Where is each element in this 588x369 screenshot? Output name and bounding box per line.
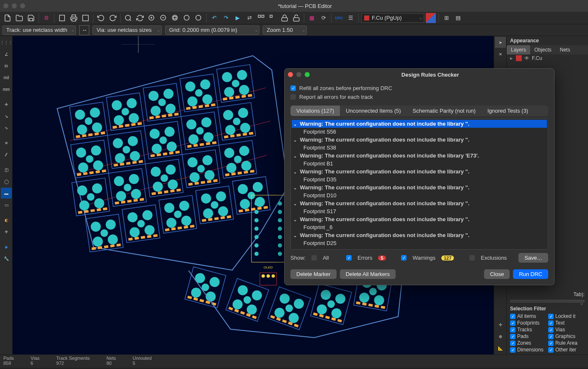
save-button[interactable]: Save… [518,253,548,263]
checkbox-checked-icon[interactable]: ✓ [510,334,515,339]
filter-item[interactable]: ✓Pads [510,333,547,339]
net-highlight-icon[interactable]: ✕ [1,137,12,148]
find-icon[interactable] [123,13,133,23]
mils-unit-icon[interactable]: mil [1,72,12,83]
checkbox-checked-icon[interactable]: ✓ [548,341,554,346]
show-all-checkbox[interactable] [311,255,317,261]
checkbox-checked-icon[interactable]: ✓ [548,347,554,353]
violation-detail[interactable]: Footprint S56 [292,128,547,136]
filter-item[interactable]: ✓Dimensions [510,347,547,353]
delete-all-markers-button[interactable]: Delete All Markers [340,269,396,279]
layer-swatch[interactable] [516,55,522,61]
drc-tab[interactable]: Schematic Parity (not run) [407,106,482,116]
violation-row[interactable]: ⌄ Warning: The current configuration doe… [292,152,547,160]
dialog-minimize-icon[interactable] [296,72,301,77]
violation-detail[interactable]: Footprint _6 [292,223,547,231]
checkbox-unchecked-icon[interactable] [290,94,296,100]
violation-detail[interactable]: Footprint S17 [292,207,547,215]
plot-icon[interactable] [80,13,91,23]
footprint-editor-icon[interactable]: ▦ [307,13,317,23]
checkbox-checked-icon[interactable]: ✓ [548,334,554,339]
erc-list-icon[interactable]: ☰ [346,13,356,23]
violation-detail[interactable]: Footprint D25 [292,239,547,247]
drc-tab[interactable]: Unconnected Items (5) [340,106,407,116]
redo-icon[interactable] [108,13,118,23]
cursor-shape-icon[interactable]: ✛ [1,99,12,110]
violation-row[interactable]: ⌄ Warning: The current configuration doe… [292,168,547,175]
close-window-icon[interactable] [3,3,8,8]
grid-visibility-icon[interactable]: ⋮⋮⋮ [1,37,12,48]
zoom-selection-icon[interactable] [194,13,204,23]
dialog-zoom-icon[interactable] [305,72,310,77]
open-file-icon[interactable] [14,13,24,23]
new-file-icon[interactable] [3,13,13,23]
violation-row[interactable]: ⌄ Warning: The current configuration doe… [292,215,547,223]
measure-tool-icon[interactable]: 📐 [495,343,506,354]
checkbox-checked-icon[interactable]: ✓ [510,341,515,346]
mm-unit-icon[interactable]: mm [1,84,12,95]
auto-track-width-icon[interactable]: ↔ [79,25,89,35]
violation-row[interactable]: ⌄ Warning: The current configuration doe… [292,120,547,128]
tab-nets[interactable]: Nets [556,45,575,54]
violation-row[interactable]: ⌄ Warning: The current configuration doe… [292,183,547,191]
update-pcb-icon[interactable]: ⟳ [319,13,329,23]
checkbox-checked-icon[interactable]: ✓ [290,85,296,91]
select-tool-icon[interactable]: ➤ [495,37,506,48]
layers-manager-icon[interactable]: ◈ [1,241,12,252]
show-exclusions-checkbox[interactable] [469,255,475,261]
filter-item[interactable]: ✓All items [510,313,547,319]
zoom-out-icon[interactable] [158,13,168,23]
print-icon[interactable] [69,13,79,23]
show-warnings-checkbox[interactable]: ✓ [401,255,407,261]
board-setup-icon[interactable]: ⚙ [41,13,52,23]
mirror-v-icon[interactable]: ⇄ [244,13,254,23]
track-width-select[interactable]: Track: use netclass width⌵ [3,26,76,35]
rotate-cw-icon[interactable]: ↷ [221,13,231,23]
rotate-ccw-icon[interactable]: ↶ [209,13,219,23]
violation-detail[interactable]: Footprint S38 [292,144,547,152]
undo-icon[interactable] [96,13,106,23]
ungroup-icon[interactable] [268,13,278,23]
save-icon[interactable] [26,13,36,23]
violation-detail[interactable]: Footprint D35 [292,175,547,183]
plugin-icon[interactable]: ⊞ [441,13,451,23]
outline-mode-icon[interactable]: ▭ [1,199,12,210]
zoom-window-icon[interactable] [20,3,25,8]
zoom-objects-icon[interactable] [182,13,192,23]
dialog-close-icon[interactable] [288,72,293,77]
drc-tab[interactable]: Ignored Tests (3) [482,106,534,116]
filter-item[interactable]: ✓Vias [548,327,585,333]
layer-pair-icon[interactable] [426,13,436,23]
polar-coords-icon[interactable]: ∠ [1,49,12,59]
grid-origin-icon[interactable]: ✛ [495,319,506,330]
unlock-icon[interactable] [291,13,301,23]
violations-list[interactable]: ⌄ Warning: The current configuration doe… [290,119,548,250]
high-contrast-icon[interactable]: ◐ [1,214,12,225]
net-color-icon[interactable]: ✛ [1,226,12,237]
checkbox-checked-icon[interactable]: ✓ [548,327,554,333]
drc-tab[interactable]: Violations (127) [290,106,340,116]
zone-display-icon[interactable]: ⁄⁄ [1,149,12,160]
drc-icon[interactable]: DRC [334,13,344,23]
violation-detail[interactable]: Footprint D10 [292,191,547,199]
mirror-h-icon[interactable]: ▶ [233,13,243,23]
dialog-titlebar[interactable]: Design Rules Checker [285,69,554,80]
violation-row[interactable]: ⌄ Warning: The current configuration doe… [292,247,547,250]
track-outline-icon[interactable]: ▬ [1,188,12,199]
properties-icon[interactable]: 🔧 [1,253,12,264]
zoom-fit-icon[interactable] [170,13,180,23]
filter-item[interactable]: ✓Zones [510,340,547,346]
checkbox-checked-icon[interactable]: ✓ [510,320,515,326]
checkbox-checked-icon[interactable]: ✓ [510,347,515,353]
minimize-window-icon[interactable] [12,3,17,8]
highlight-net-icon[interactable]: ✕ [495,49,506,59]
close-button[interactable]: Close [484,269,510,279]
checkbox-checked-icon[interactable]: ✓ [510,327,515,333]
checkbox-checked-icon[interactable]: ✓ [548,320,554,326]
lock-icon[interactable] [280,13,290,23]
zoom-select[interactable]: Zoom 1.50⌵ [263,26,307,35]
via-size-select[interactable]: Via: use netclass sizes⌵ [93,26,162,35]
pad-outline-icon[interactable]: ◫ [1,164,12,175]
refresh-icon[interactable] [135,13,145,23]
filter-item[interactable]: ✓Rule Area [548,340,585,346]
